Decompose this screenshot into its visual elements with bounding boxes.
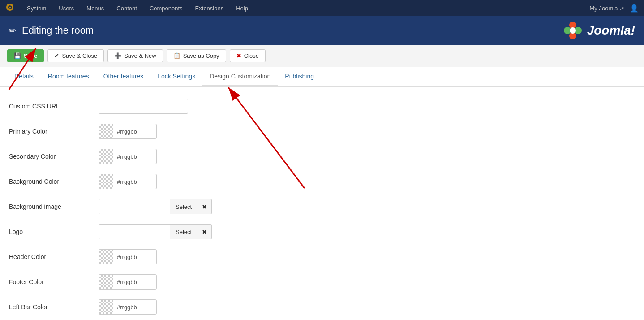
close-label: Close <box>244 52 259 59</box>
logo-select-button[interactable]: Select <box>170 224 197 239</box>
page-title-area: ✏ Editing the room <box>9 25 94 36</box>
save-icon: 💾 <box>14 52 21 59</box>
background-image-clear-button[interactable]: ✖ <box>197 199 212 214</box>
left-bar-color-label: Left Bar Color <box>9 303 99 311</box>
secondary-color-swatch <box>99 149 113 164</box>
save-new-button[interactable]: ➕ Save & New <box>107 49 163 62</box>
save-close-label: Save & Close <box>62 52 97 59</box>
joomla-text: Joomla! <box>587 23 635 38</box>
logo-wrapper: Select ✖ <box>99 224 212 239</box>
background-color-swatch <box>99 174 113 189</box>
left-bar-color-value: #rrggbb <box>113 304 156 311</box>
primary-color-label: Primary Color <box>9 128 99 135</box>
nav-components[interactable]: Components <box>144 2 188 14</box>
custom-css-url-label: Custom CSS URL <box>9 103 99 110</box>
custom-css-url-input[interactable] <box>99 99 188 114</box>
tab-bar: Details Room features Other features Loc… <box>0 67 644 87</box>
primary-color-swatch <box>99 124 113 138</box>
joomla-small-logo: ✿ <box>5 3 14 14</box>
svg-text:✿: ✿ <box>8 4 12 11</box>
left-bar-color-swatch <box>99 300 113 314</box>
save-new-label: Save & New <box>124 52 156 59</box>
background-color-label: Background Color <box>9 178 99 185</box>
header-color-value: #rrggbb <box>113 254 156 260</box>
copy-icon: 📋 <box>173 52 180 59</box>
background-image-select-button[interactable]: Select <box>170 199 197 214</box>
tab-details[interactable]: Details <box>7 67 41 86</box>
logo-label: Logo <box>9 228 99 235</box>
tab-other-features[interactable]: Other features <box>96 67 151 86</box>
background-color-value: #rrggbb <box>113 178 156 185</box>
secondary-color-value: #rrggbb <box>113 153 156 160</box>
secondary-color-label: Secondary Color <box>9 153 99 160</box>
save-label: Save <box>24 52 37 59</box>
nav-content[interactable]: Content <box>111 2 142 14</box>
nav-menu: System Users Menus Content Components Ex… <box>21 2 590 14</box>
my-joomla-link[interactable]: My Joomla ↗ <box>590 5 624 12</box>
custom-css-url-row: Custom CSS URL <box>9 98 635 115</box>
toolbar: 💾 Save ✔ Save & Close ➕ Save & New 📋 Sav… <box>0 45 644 67</box>
check-icon: ✔ <box>54 52 59 59</box>
nav-extensions[interactable]: Extensions <box>190 2 229 14</box>
footer-color-label: Footer Color <box>9 278 99 285</box>
background-image-label: Background image <box>9 203 99 210</box>
close-icon: ✖ <box>236 52 241 59</box>
header-color-row: Header Color #rrggbb <box>9 248 635 265</box>
primary-color-input[interactable]: #rrggbb <box>99 124 157 139</box>
save-close-button[interactable]: ✔ Save & Close <box>47 49 104 62</box>
svg-point-6 <box>570 27 576 34</box>
background-color-row: Background Color #rrggbb <box>9 173 635 190</box>
secondary-color-input[interactable]: #rrggbb <box>99 149 157 164</box>
nav-system[interactable]: System <box>21 2 52 14</box>
page-title: Editing the room <box>22 25 94 36</box>
nav-users[interactable]: Users <box>53 2 79 14</box>
footer-color-input[interactable]: #rrggbb <box>99 274 157 290</box>
background-image-row: Background image Select ✖ <box>9 198 635 215</box>
logo-input[interactable] <box>99 224 170 239</box>
header-color-input[interactable]: #rrggbb <box>99 249 157 264</box>
footer-color-value: #rrggbb <box>113 279 156 285</box>
save-button[interactable]: 💾 Save <box>7 49 44 62</box>
left-bar-color-row: Left Bar Color #rrggbb <box>9 298 635 316</box>
footer-color-row: Footer Color #rrggbb <box>9 273 635 290</box>
footer-color-swatch <box>99 275 113 289</box>
tab-room-features[interactable]: Room features <box>41 67 96 86</box>
joomla-logo: Joomla! <box>562 20 635 41</box>
save-copy-button[interactable]: 📋 Save as Copy <box>167 49 226 62</box>
tab-lock-settings[interactable]: Lock Settings <box>150 67 202 86</box>
edit-icon: ✏ <box>9 25 17 36</box>
left-bar-color-input[interactable]: #rrggbb <box>99 299 157 315</box>
primary-color-row: Primary Color #rrggbb <box>9 123 635 140</box>
top-navigation: ✿ System Users Menus Content Components … <box>0 0 644 16</box>
header-color-swatch <box>99 250 113 264</box>
secondary-color-row: Secondary Color #rrggbb <box>9 148 635 165</box>
background-image-wrapper: Select ✖ <box>99 199 212 214</box>
nav-menus[interactable]: Menus <box>81 2 109 14</box>
main-content: Custom CSS URL Primary Color #rrggbb Sec… <box>0 87 644 320</box>
header-bar: ✏ Editing the room Joomla! <box>0 16 644 45</box>
nav-help[interactable]: Help <box>231 2 253 14</box>
background-color-input[interactable]: #rrggbb <box>99 174 157 189</box>
tab-design-customization[interactable]: Design Customization <box>202 67 278 86</box>
tab-publishing[interactable]: Publishing <box>278 67 321 86</box>
header-color-label: Header Color <box>9 253 99 260</box>
joomla-flower-icon <box>562 20 584 41</box>
save-copy-label: Save as Copy <box>183 52 219 59</box>
plus-icon: ➕ <box>114 52 121 59</box>
user-icon[interactable]: 👤 <box>630 4 639 13</box>
close-button[interactable]: ✖ Close <box>230 49 266 62</box>
background-image-input[interactable] <box>99 199 170 214</box>
primary-color-value: #rrggbb <box>113 128 156 135</box>
logo-row: Logo Select ✖ <box>9 223 635 240</box>
logo-clear-button[interactable]: ✖ <box>197 224 212 239</box>
nav-right-area: My Joomla ↗ 👤 <box>590 4 639 13</box>
